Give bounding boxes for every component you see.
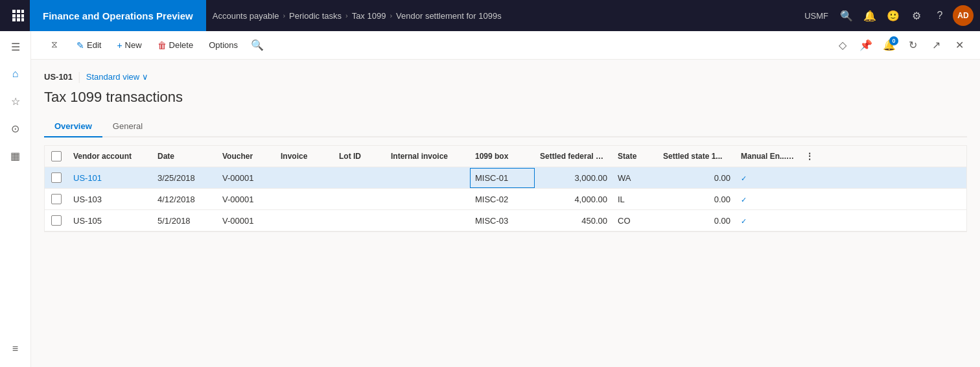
delete-icon: 🗑 bbox=[158, 40, 167, 51]
filter-toggle-icon[interactable]: ⧖ bbox=[41, 32, 67, 58]
feedback-icon[interactable]: 🙂 bbox=[883, 5, 904, 26]
user-avatar[interactable]: AD bbox=[953, 5, 974, 26]
view-id: US-101 bbox=[44, 72, 73, 82]
table-row[interactable]: US-101 3/25/2018 V-00001 MISC-01 3,000.0… bbox=[45, 167, 966, 189]
row1-1099-box[interactable]: MISC-01 bbox=[470, 168, 535, 188]
row1-manual-en: ✓ bbox=[736, 168, 800, 188]
svg-rect-1 bbox=[17, 10, 20, 13]
app-grid-icon[interactable] bbox=[6, 0, 30, 31]
row1-more bbox=[800, 172, 824, 183]
row2-settled-state: 0.00 bbox=[658, 189, 736, 209]
action-bar-right: ◇ 📌 🔔 0 ↻ ↗ ✕ bbox=[832, 35, 970, 56]
breadcrumb-periodic-tasks[interactable]: Periodic tasks bbox=[289, 11, 342, 21]
breadcrumb-vendor-settlement[interactable]: Vendor settlement for 1099s bbox=[396, 11, 502, 21]
top-navigation-bar: Finance and Operations Preview Accounts … bbox=[0, 0, 980, 31]
delete-button[interactable]: 🗑 Delete bbox=[151, 36, 200, 54]
row2-invoice bbox=[275, 194, 334, 204]
breadcrumb-sep-2: › bbox=[345, 12, 348, 19]
svg-rect-6 bbox=[12, 18, 16, 21]
header-settled-state: Settled state 1... bbox=[658, 147, 736, 166]
breadcrumb-accounts-payable[interactable]: Accounts payable bbox=[213, 11, 279, 21]
header-invoice: Invoice bbox=[275, 147, 334, 166]
row3-voucher: V-00001 bbox=[217, 211, 275, 231]
sidebar-hamburger[interactable]: ☰ bbox=[3, 34, 29, 60]
edit-icon: ✎ bbox=[76, 40, 84, 51]
row2-settled-federal: 4,000.00 bbox=[535, 189, 612, 209]
row1-vendor-account[interactable]: US-101 bbox=[68, 168, 152, 188]
header-date: Date bbox=[152, 147, 217, 166]
open-in-new-icon[interactable]: ↗ bbox=[926, 35, 946, 56]
breadcrumb-sep-1: › bbox=[283, 12, 285, 19]
header-vendor-account: Vendor account bbox=[68, 147, 152, 166]
row2-more bbox=[800, 194, 824, 204]
more-options-icon[interactable]: ⋮ bbox=[806, 152, 813, 161]
new-button[interactable]: + New bbox=[110, 36, 148, 54]
sidebar-workspaces[interactable]: ▦ bbox=[3, 143, 29, 169]
breadcrumb-tax-1099[interactable]: Tax 1099 bbox=[352, 11, 386, 21]
svg-rect-0 bbox=[12, 10, 16, 13]
search-icon[interactable]: 🔍 bbox=[836, 5, 857, 26]
row1-internal-invoice bbox=[386, 172, 470, 183]
tab-general[interactable]: General bbox=[102, 116, 153, 137]
sidebar-favorites[interactable]: ☆ bbox=[3, 88, 29, 114]
options-button[interactable]: Options bbox=[202, 36, 244, 54]
row1-settled-federal: 3,000.00 bbox=[535, 168, 612, 188]
view-info: US-101 | Standard view ∨ bbox=[44, 70, 967, 84]
topbar-right: USMF 🔍 🔔 🙂 ⚙ ? AD bbox=[804, 5, 974, 26]
bookmark-icon[interactable]: ◇ bbox=[832, 35, 853, 56]
row1-voucher: V-00001 bbox=[217, 168, 275, 188]
grid-header: Vendor account Date Voucher Invoice Lot … bbox=[45, 146, 966, 167]
notification-badge: 0 bbox=[889, 36, 898, 45]
help-icon[interactable]: ? bbox=[929, 5, 950, 26]
row2-checkbox[interactable] bbox=[45, 189, 68, 209]
close-icon[interactable]: ✕ bbox=[949, 35, 970, 56]
row3-select-checkbox[interactable] bbox=[51, 215, 62, 226]
search-bar-icon[interactable]: 🔍 bbox=[247, 35, 268, 56]
row2-1099-box[interactable]: MISC-02 bbox=[470, 189, 535, 209]
row1-lot-id bbox=[334, 172, 386, 183]
refresh-icon[interactable]: ↻ bbox=[902, 35, 923, 56]
sidebar-modules[interactable]: ≡ bbox=[3, 336, 29, 362]
row3-internal-invoice bbox=[386, 215, 470, 226]
row1-invoice bbox=[275, 172, 334, 183]
new-icon: + bbox=[117, 40, 122, 51]
row3-checkbox[interactable] bbox=[45, 210, 68, 231]
settings-icon[interactable]: ⚙ bbox=[906, 5, 927, 26]
select-all-checkbox[interactable] bbox=[51, 151, 62, 161]
svg-rect-4 bbox=[17, 14, 20, 18]
row3-1099-box[interactable]: MISC-03 bbox=[470, 211, 535, 231]
header-checkbox[interactable] bbox=[45, 146, 68, 167]
row2-select-checkbox[interactable] bbox=[51, 194, 62, 204]
row1-select-checkbox[interactable] bbox=[51, 172, 62, 183]
row2-internal-invoice bbox=[386, 194, 470, 204]
left-sidebar: ☰ ⌂ ☆ ⊙ ▦ ≡ bbox=[0, 31, 31, 367]
row2-voucher: V-00001 bbox=[217, 189, 275, 209]
row1-checkbox[interactable] bbox=[45, 167, 68, 188]
row2-state: IL bbox=[612, 189, 658, 209]
table-row[interactable]: US-105 5/1/2018 V-00001 MISC-03 450.00 C… bbox=[45, 210, 966, 231]
tabs: Overview General bbox=[44, 116, 967, 137]
data-grid: Vendor account Date Voucher Invoice Lot … bbox=[44, 145, 967, 232]
sidebar-recent[interactable]: ⊙ bbox=[3, 115, 29, 141]
tab-overview[interactable]: Overview bbox=[44, 116, 102, 137]
breadcrumb: Accounts payable › Periodic tasks › Tax … bbox=[206, 11, 804, 21]
header-manual-en: Manual En... ▽ bbox=[736, 147, 800, 166]
row3-state: CO bbox=[612, 211, 658, 231]
chevron-down-icon: ∨ bbox=[142, 72, 148, 82]
pin-icon[interactable]: 📌 bbox=[856, 35, 876, 56]
table-row[interactable]: US-103 4/12/2018 V-00001 MISC-02 4,000.0… bbox=[45, 189, 966, 210]
header-lot-id: Lot ID bbox=[334, 147, 386, 166]
notification-center-icon[interactable]: 🔔 0 bbox=[879, 35, 900, 56]
row3-more bbox=[800, 215, 824, 226]
header-state: State bbox=[612, 147, 658, 166]
header-more[interactable]: ⋮ bbox=[800, 147, 824, 166]
sidebar-home[interactable]: ⌂ bbox=[3, 61, 29, 87]
row3-manual-en: ✓ bbox=[736, 211, 800, 231]
edit-button[interactable]: ✎ Edit bbox=[70, 36, 108, 54]
header-internal-invoice: Internal invoice bbox=[386, 147, 470, 166]
view-name-dropdown[interactable]: Standard view ∨ bbox=[86, 72, 148, 82]
header-voucher: Voucher bbox=[217, 147, 275, 166]
row1-state: WA bbox=[612, 168, 658, 188]
notifications-icon[interactable]: 🔔 bbox=[859, 5, 880, 26]
breadcrumb-sep-3: › bbox=[390, 12, 392, 19]
